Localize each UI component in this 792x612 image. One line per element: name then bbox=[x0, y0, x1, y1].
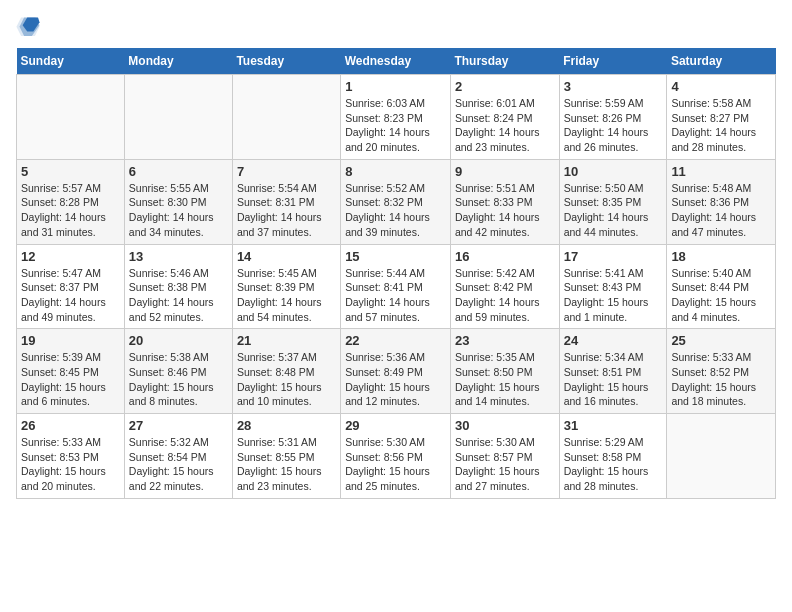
day-number: 29 bbox=[345, 418, 446, 433]
day-number: 6 bbox=[129, 164, 228, 179]
calendar-cell: 12Sunrise: 5:47 AM Sunset: 8:37 PM Dayli… bbox=[17, 244, 125, 329]
day-number: 10 bbox=[564, 164, 663, 179]
day-info: Sunrise: 5:59 AM Sunset: 8:26 PM Dayligh… bbox=[564, 96, 663, 155]
day-info: Sunrise: 5:37 AM Sunset: 8:48 PM Dayligh… bbox=[237, 350, 336, 409]
day-info: Sunrise: 5:30 AM Sunset: 8:56 PM Dayligh… bbox=[345, 435, 446, 494]
calendar-week-row: 1Sunrise: 6:03 AM Sunset: 8:23 PM Daylig… bbox=[17, 75, 776, 160]
day-number: 30 bbox=[455, 418, 555, 433]
calendar-cell: 10Sunrise: 5:50 AM Sunset: 8:35 PM Dayli… bbox=[559, 159, 667, 244]
day-number: 31 bbox=[564, 418, 663, 433]
day-info: Sunrise: 5:33 AM Sunset: 8:52 PM Dayligh… bbox=[671, 350, 771, 409]
calendar-cell: 4Sunrise: 5:58 AM Sunset: 8:27 PM Daylig… bbox=[667, 75, 776, 160]
calendar-header-row: SundayMondayTuesdayWednesdayThursdayFrid… bbox=[17, 48, 776, 75]
calendar-cell: 2Sunrise: 6:01 AM Sunset: 8:24 PM Daylig… bbox=[450, 75, 559, 160]
calendar-cell: 28Sunrise: 5:31 AM Sunset: 8:55 PM Dayli… bbox=[232, 414, 340, 499]
calendar-cell: 20Sunrise: 5:38 AM Sunset: 8:46 PM Dayli… bbox=[124, 329, 232, 414]
calendar-cell: 24Sunrise: 5:34 AM Sunset: 8:51 PM Dayli… bbox=[559, 329, 667, 414]
calendar-cell: 5Sunrise: 5:57 AM Sunset: 8:28 PM Daylig… bbox=[17, 159, 125, 244]
calendar-cell: 1Sunrise: 6:03 AM Sunset: 8:23 PM Daylig… bbox=[341, 75, 451, 160]
day-info: Sunrise: 5:45 AM Sunset: 8:39 PM Dayligh… bbox=[237, 266, 336, 325]
day-number: 15 bbox=[345, 249, 446, 264]
calendar-cell: 31Sunrise: 5:29 AM Sunset: 8:58 PM Dayli… bbox=[559, 414, 667, 499]
day-info: Sunrise: 5:36 AM Sunset: 8:49 PM Dayligh… bbox=[345, 350, 446, 409]
calendar-cell: 16Sunrise: 5:42 AM Sunset: 8:42 PM Dayli… bbox=[450, 244, 559, 329]
calendar-week-row: 5Sunrise: 5:57 AM Sunset: 8:28 PM Daylig… bbox=[17, 159, 776, 244]
day-number: 18 bbox=[671, 249, 771, 264]
day-number: 24 bbox=[564, 333, 663, 348]
day-info: Sunrise: 5:52 AM Sunset: 8:32 PM Dayligh… bbox=[345, 181, 446, 240]
calendar-cell: 13Sunrise: 5:46 AM Sunset: 8:38 PM Dayli… bbox=[124, 244, 232, 329]
calendar-body: 1Sunrise: 6:03 AM Sunset: 8:23 PM Daylig… bbox=[17, 75, 776, 499]
weekday-header: Sunday bbox=[17, 48, 125, 75]
day-number: 16 bbox=[455, 249, 555, 264]
day-number: 19 bbox=[21, 333, 120, 348]
calendar-cell: 27Sunrise: 5:32 AM Sunset: 8:54 PM Dayli… bbox=[124, 414, 232, 499]
weekday-header: Tuesday bbox=[232, 48, 340, 75]
day-number: 5 bbox=[21, 164, 120, 179]
day-number: 21 bbox=[237, 333, 336, 348]
calendar-cell: 19Sunrise: 5:39 AM Sunset: 8:45 PM Dayli… bbox=[17, 329, 125, 414]
day-info: Sunrise: 5:58 AM Sunset: 8:27 PM Dayligh… bbox=[671, 96, 771, 155]
day-number: 11 bbox=[671, 164, 771, 179]
day-number: 22 bbox=[345, 333, 446, 348]
day-number: 4 bbox=[671, 79, 771, 94]
day-number: 9 bbox=[455, 164, 555, 179]
day-number: 26 bbox=[21, 418, 120, 433]
logo bbox=[16, 16, 44, 36]
day-info: Sunrise: 6:03 AM Sunset: 8:23 PM Dayligh… bbox=[345, 96, 446, 155]
calendar-cell: 11Sunrise: 5:48 AM Sunset: 8:36 PM Dayli… bbox=[667, 159, 776, 244]
day-info: Sunrise: 5:50 AM Sunset: 8:35 PM Dayligh… bbox=[564, 181, 663, 240]
day-info: Sunrise: 5:41 AM Sunset: 8:43 PM Dayligh… bbox=[564, 266, 663, 325]
calendar-cell: 22Sunrise: 5:36 AM Sunset: 8:49 PM Dayli… bbox=[341, 329, 451, 414]
day-info: Sunrise: 5:54 AM Sunset: 8:31 PM Dayligh… bbox=[237, 181, 336, 240]
calendar-cell: 18Sunrise: 5:40 AM Sunset: 8:44 PM Dayli… bbox=[667, 244, 776, 329]
day-info: Sunrise: 5:46 AM Sunset: 8:38 PM Dayligh… bbox=[129, 266, 228, 325]
day-number: 20 bbox=[129, 333, 228, 348]
day-info: Sunrise: 5:42 AM Sunset: 8:42 PM Dayligh… bbox=[455, 266, 555, 325]
day-info: Sunrise: 5:51 AM Sunset: 8:33 PM Dayligh… bbox=[455, 181, 555, 240]
weekday-header: Monday bbox=[124, 48, 232, 75]
day-info: Sunrise: 5:35 AM Sunset: 8:50 PM Dayligh… bbox=[455, 350, 555, 409]
calendar-cell: 29Sunrise: 5:30 AM Sunset: 8:56 PM Dayli… bbox=[341, 414, 451, 499]
day-info: Sunrise: 5:57 AM Sunset: 8:28 PM Dayligh… bbox=[21, 181, 120, 240]
day-info: Sunrise: 5:55 AM Sunset: 8:30 PM Dayligh… bbox=[129, 181, 228, 240]
day-number: 2 bbox=[455, 79, 555, 94]
weekday-header: Thursday bbox=[450, 48, 559, 75]
day-number: 28 bbox=[237, 418, 336, 433]
calendar-cell: 26Sunrise: 5:33 AM Sunset: 8:53 PM Dayli… bbox=[17, 414, 125, 499]
day-info: Sunrise: 5:40 AM Sunset: 8:44 PM Dayligh… bbox=[671, 266, 771, 325]
logo-icon bbox=[16, 16, 40, 36]
page-header bbox=[16, 16, 776, 36]
day-number: 1 bbox=[345, 79, 446, 94]
day-info: Sunrise: 5:31 AM Sunset: 8:55 PM Dayligh… bbox=[237, 435, 336, 494]
day-number: 7 bbox=[237, 164, 336, 179]
day-info: Sunrise: 5:30 AM Sunset: 8:57 PM Dayligh… bbox=[455, 435, 555, 494]
calendar-cell: 8Sunrise: 5:52 AM Sunset: 8:32 PM Daylig… bbox=[341, 159, 451, 244]
weekday-header: Saturday bbox=[667, 48, 776, 75]
calendar-cell: 9Sunrise: 5:51 AM Sunset: 8:33 PM Daylig… bbox=[450, 159, 559, 244]
calendar-cell: 15Sunrise: 5:44 AM Sunset: 8:41 PM Dayli… bbox=[341, 244, 451, 329]
day-number: 27 bbox=[129, 418, 228, 433]
calendar-cell: 30Sunrise: 5:30 AM Sunset: 8:57 PM Dayli… bbox=[450, 414, 559, 499]
day-number: 13 bbox=[129, 249, 228, 264]
calendar-cell bbox=[667, 414, 776, 499]
calendar-cell: 17Sunrise: 5:41 AM Sunset: 8:43 PM Dayli… bbox=[559, 244, 667, 329]
day-number: 17 bbox=[564, 249, 663, 264]
day-info: Sunrise: 5:47 AM Sunset: 8:37 PM Dayligh… bbox=[21, 266, 120, 325]
calendar-cell: 21Sunrise: 5:37 AM Sunset: 8:48 PM Dayli… bbox=[232, 329, 340, 414]
calendar-cell bbox=[124, 75, 232, 160]
calendar-cell: 23Sunrise: 5:35 AM Sunset: 8:50 PM Dayli… bbox=[450, 329, 559, 414]
calendar-week-row: 19Sunrise: 5:39 AM Sunset: 8:45 PM Dayli… bbox=[17, 329, 776, 414]
day-info: Sunrise: 5:44 AM Sunset: 8:41 PM Dayligh… bbox=[345, 266, 446, 325]
calendar-cell bbox=[232, 75, 340, 160]
day-info: Sunrise: 5:34 AM Sunset: 8:51 PM Dayligh… bbox=[564, 350, 663, 409]
day-info: Sunrise: 5:29 AM Sunset: 8:58 PM Dayligh… bbox=[564, 435, 663, 494]
calendar-cell bbox=[17, 75, 125, 160]
day-info: Sunrise: 5:38 AM Sunset: 8:46 PM Dayligh… bbox=[129, 350, 228, 409]
calendar-week-row: 12Sunrise: 5:47 AM Sunset: 8:37 PM Dayli… bbox=[17, 244, 776, 329]
day-info: Sunrise: 5:39 AM Sunset: 8:45 PM Dayligh… bbox=[21, 350, 120, 409]
calendar-cell: 3Sunrise: 5:59 AM Sunset: 8:26 PM Daylig… bbox=[559, 75, 667, 160]
day-info: Sunrise: 5:33 AM Sunset: 8:53 PM Dayligh… bbox=[21, 435, 120, 494]
day-number: 25 bbox=[671, 333, 771, 348]
day-info: Sunrise: 5:32 AM Sunset: 8:54 PM Dayligh… bbox=[129, 435, 228, 494]
